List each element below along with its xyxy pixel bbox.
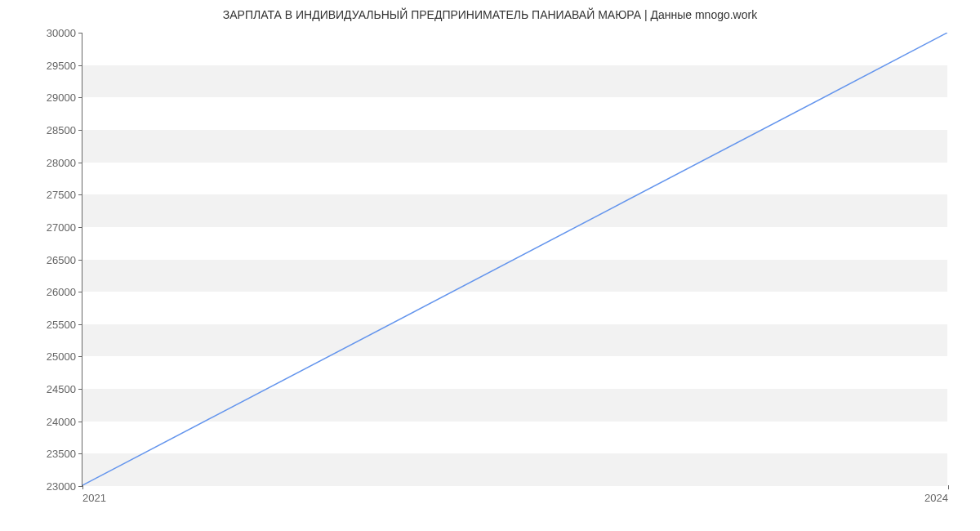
y-tick-label: 23000	[47, 480, 76, 493]
y-tick-label: 30000	[47, 27, 76, 39]
y-tick-label: 28500	[47, 123, 76, 136]
y-tick-mark	[78, 33, 82, 33]
y-tick-label: 26000	[47, 286, 76, 298]
y-tick-mark	[78, 227, 82, 228]
y-tick-mark	[78, 453, 82, 454]
y-tick-mark	[78, 356, 82, 357]
y-tick-label: 25500	[47, 318, 76, 330]
grid-band	[82, 65, 947, 98]
y-tick-label: 24500	[47, 383, 76, 395]
y-tick-label: 27500	[47, 189, 76, 201]
x-tick-mark	[948, 485, 949, 489]
x-tick-label: 2021	[82, 492, 106, 504]
y-tick-label: 29000	[47, 91, 76, 104]
y-tick-label: 28000	[47, 156, 76, 168]
y-tick-mark	[78, 65, 82, 66]
grid-band	[82, 194, 947, 227]
y-tick-mark	[78, 130, 82, 131]
y-tick-label: 26500	[47, 253, 76, 266]
grid-band	[82, 130, 947, 163]
y-tick-mark	[78, 422, 82, 422]
grid-band	[82, 260, 947, 292]
grid-band	[82, 324, 947, 357]
y-tick-mark	[78, 292, 82, 292]
grid-band	[82, 389, 947, 422]
y-tick-mark	[78, 389, 82, 390]
x-tick-mark	[82, 485, 83, 489]
y-tick-mark	[78, 163, 82, 163]
y-tick-label: 29500	[47, 59, 76, 71]
y-tick-mark	[78, 194, 82, 195]
y-tick-label: 23500	[47, 448, 76, 460]
x-tick-label: 2024	[924, 492, 948, 504]
y-tick-mark	[78, 260, 82, 261]
y-tick-mark	[78, 97, 82, 98]
plot-area: 2300023500240002450025000255002600026500…	[82, 33, 947, 486]
y-tick-label: 27000	[47, 221, 76, 233]
y-tick-label: 25000	[47, 350, 76, 363]
y-tick-mark	[78, 324, 82, 325]
grid-band	[82, 453, 947, 486]
y-tick-label: 24000	[47, 415, 76, 427]
chart-container: 2300023500240002450025000255002600026500…	[82, 33, 947, 486]
chart-title: ЗАРПЛАТА В ИНДИВИДУАЛЬНЫЙ ПРЕДПРИНИМАТЕЛ…	[0, 8, 980, 21]
